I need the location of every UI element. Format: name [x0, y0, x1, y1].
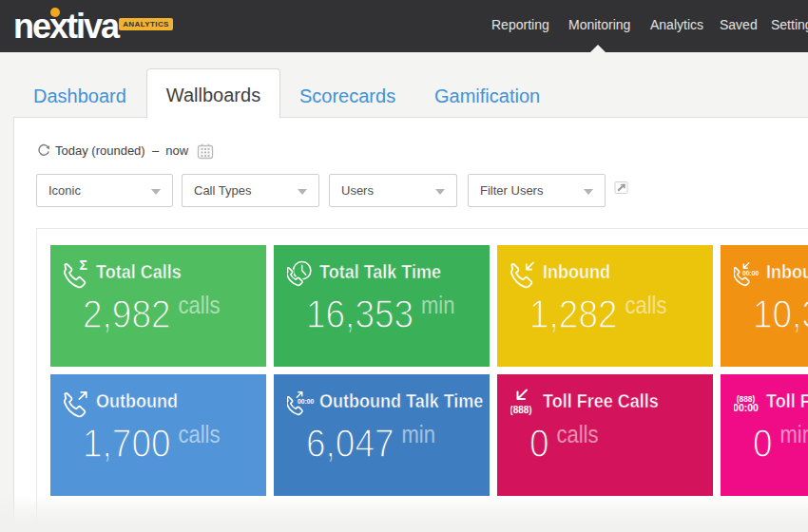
svg-text:00:00: 00:00: [298, 398, 315, 405]
svg-text:00:00: 00:00: [742, 270, 760, 276]
svg-text:00:00: 00:00: [734, 402, 759, 413]
svg-text:Σ: Σ: [80, 259, 87, 273]
svg-text:(888): (888): [510, 405, 532, 415]
